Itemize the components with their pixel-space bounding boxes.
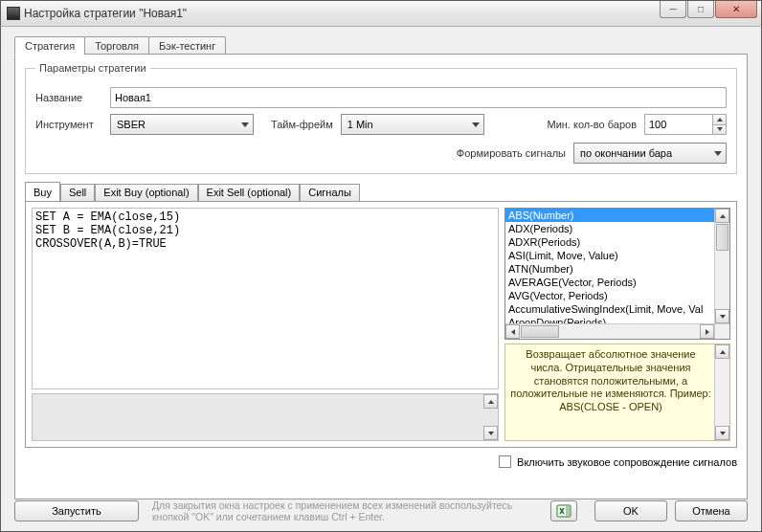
scrollbar-thumb[interactable] [521,325,559,338]
excel-icon [556,503,572,519]
window-controls: ─ □ ✕ [659,1,757,20]
scrollbar-thumb[interactable] [716,224,728,251]
scroll-down-button[interactable] [715,309,729,323]
timeframe-label: Тайм-фрейм [271,119,333,130]
name-label: Название [35,92,102,103]
spin-up-button[interactable] [713,115,726,125]
chevron-left-icon [511,329,515,335]
instrument-combo[interactable]: SBER [110,114,254,135]
code-editor[interactable] [32,208,499,389]
maximize-button[interactable]: □ [687,1,714,18]
code-area [32,208,499,441]
signals-combo[interactable]: по окончании бара [573,143,727,164]
client-area: СтратегияТорговляБэк-тестинг Параметры с… [0,27,762,532]
tab-стратегия[interactable]: Стратегия [14,36,85,55]
function-list-item[interactable]: AVERAGE(Vector, Periods) [505,276,714,289]
name-input[interactable] [110,87,727,108]
function-list-item[interactable]: AroonDown(Periods) [505,316,714,323]
chevron-down-icon [714,151,722,156]
function-list[interactable]: ABS(Number)ADX(Periods)ADXR(Periods)ASI(… [504,208,730,340]
footer-hint: Для закрытия окна настроек с применением… [152,499,550,523]
chevron-down-icon [720,432,726,435]
tab-body-strategy: Параметры стратегии Название Инструмент … [14,54,748,499]
script-tab[interactable]: Exit Sell (optional) [198,184,301,201]
chevron-up-icon [720,214,726,218]
script-tab[interactable]: Sell [60,184,95,201]
function-panel: ABS(Number)ADX(Periods)ADXR(Periods)ASI(… [504,208,730,441]
function-list-item[interactable]: AVG(Vector, Periods) [505,289,714,302]
button-bar: Запустить Для закрытия окна настроек с п… [14,499,748,523]
minimize-button[interactable]: ─ [660,1,686,18]
excel-button[interactable] [550,500,577,521]
chevron-up-icon [488,400,494,404]
group-legend: Параметры стратегии [35,62,150,74]
timeframe-combo[interactable]: 1 Min [341,114,484,135]
signals-label: Формировать сигналы [457,147,566,159]
spin-down-button[interactable] [713,125,726,135]
chevron-down-icon [717,127,723,131]
chevron-down-icon [472,122,480,127]
sound-checkbox[interactable] [499,455,511,468]
vertical-scrollbar[interactable] [714,344,729,440]
signals-value: по окончании бара [580,147,672,159]
chevron-up-icon [720,350,726,354]
minbars-spinner[interactable] [644,114,727,135]
scroll-up-button[interactable] [483,394,498,409]
function-list-item[interactable]: ADXR(Periods) [505,235,714,249]
instrument-label: Инструмент [35,119,102,130]
main-tabs: СтратегияТорговляБэк-тестинг [14,36,748,55]
chevron-right-icon [706,329,709,335]
chevron-down-icon [241,122,249,127]
scroll-left-button[interactable] [505,324,520,339]
function-description: Возвращает абсолютное значение числа. От… [504,344,730,441]
script-tab[interactable]: Exit Buy (optional) [95,184,197,201]
minbars-input[interactable] [645,115,712,134]
function-list-item[interactable]: ATN(Number) [505,262,714,276]
script-tab[interactable]: Buy [25,182,60,201]
chevron-down-icon [488,432,494,435]
scroll-down-button[interactable] [483,426,498,440]
titlebar: Настройка стратегии "Новая1" ─ □ ✕ [0,0,762,27]
ok-button[interactable]: OK [594,500,667,521]
function-list-item[interactable]: ABS(Number) [505,209,714,222]
function-list-item[interactable]: ADX(Periods) [505,222,714,235]
scroll-up-button[interactable] [715,344,729,359]
vertical-scrollbar[interactable] [714,209,729,323]
scroll-down-button[interactable] [715,426,729,440]
script-tab[interactable]: Сигналы [300,184,360,201]
sound-checkbox-label: Включить звуковое сопровождение сигналов [517,456,737,468]
close-button[interactable]: ✕ [715,1,757,18]
function-list-item[interactable]: ASI(Limit, Move, Value) [505,249,714,262]
function-list-items: ABS(Number)ADX(Periods)ADXR(Periods)ASI(… [505,209,714,323]
sound-checkbox-row: Включить звуковое сопровождение сигналов [25,455,737,468]
function-description-text: Возвращает абсолютное значение числа. От… [509,348,712,436]
run-button[interactable]: Запустить [14,500,139,521]
app-icon [7,7,20,20]
tab-бэк-тестинг[interactable]: Бэк-тестинг [148,36,226,55]
chevron-down-icon [720,315,726,319]
horizontal-scrollbar[interactable] [505,323,714,339]
instrument-value: SBER [117,119,146,130]
minbars-label: Мин. кол-во баров [547,119,637,130]
cancel-button[interactable]: Отмена [675,500,748,521]
output-area [32,393,499,441]
script-body: ABS(Number)ADX(Periods)ADXR(Periods)ASI(… [25,201,737,448]
scroll-right-button[interactable] [700,324,714,339]
chevron-up-icon [717,118,723,122]
scroll-up-button[interactable] [715,209,729,223]
tab-торговля[interactable]: Торговля [84,36,149,55]
function-list-item[interactable]: AccumulativeSwingIndex(Limit, Move, Val [505,302,714,316]
timeframe-value: 1 Min [347,119,373,130]
scrollbar-corner [714,323,729,339]
script-tabs: BuySellExit Buy (optional)Exit Sell (opt… [25,182,737,201]
window-title: Настройка стратегии "Новая1" [24,7,187,20]
strategy-params-group: Параметры стратегии Название Инструмент … [25,62,737,174]
